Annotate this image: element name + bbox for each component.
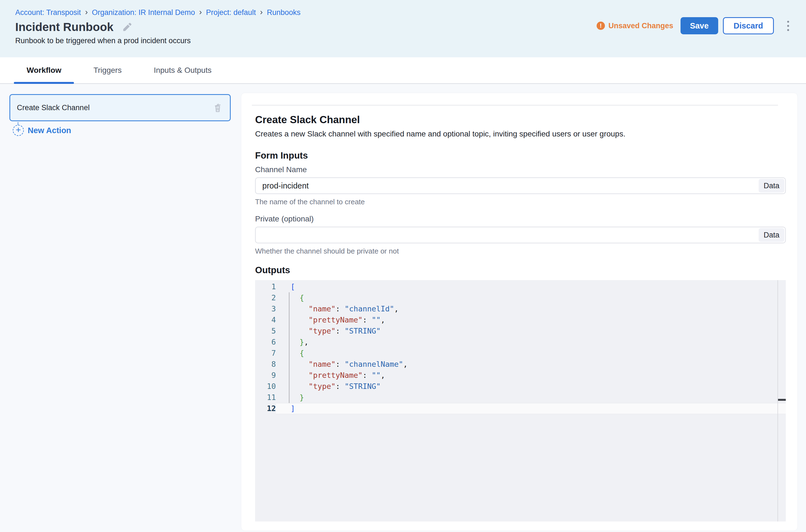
code-line: 11 }	[255, 392, 786, 403]
line-number: 1	[255, 281, 276, 292]
line-number: 5	[255, 325, 276, 337]
tab-inputs-outputs-label: Inputs & Outputs	[154, 66, 212, 75]
breadcrumb-account[interactable]: Account: Transposit	[15, 8, 81, 17]
breadcrumb-project[interactable]: Project: default	[206, 8, 256, 17]
breadcrumb-separator-icon: ›	[199, 7, 202, 17]
code-line: 8 "name": "channelName",	[255, 359, 786, 370]
code-line: 4 "prettyName": "",	[255, 315, 786, 325]
channel-name-input[interactable]	[255, 177, 786, 194]
code-line: 6 },	[255, 337, 786, 348]
tab-workflow-label: Workflow	[26, 66, 61, 75]
unsaved-changes-badge: Unsaved Changes	[597, 22, 673, 30]
action-detail-panel: Create Slack Channel Creates a new Slack…	[241, 93, 798, 531]
line-number: 6	[255, 337, 276, 348]
private-helper: Whether the channel should be private or…	[255, 247, 786, 255]
active-tab-underline	[14, 82, 74, 84]
tab-inputs-outputs[interactable]: Inputs & Outputs	[141, 57, 224, 83]
plus-icon	[13, 125, 24, 136]
new-action-label: New Action	[28, 126, 71, 135]
line-number: 12	[255, 403, 276, 414]
page-title: Incident Runbook	[15, 19, 113, 35]
page-subtitle: Runbook to be triggered when a prod inci…	[15, 36, 190, 45]
discard-button[interactable]: Discard	[723, 17, 774, 34]
line-number: 9	[255, 370, 276, 381]
detail-description: Creates a new Slack channel with specifi…	[255, 129, 786, 139]
code-line: 9 "prettyName": "",	[255, 370, 786, 381]
line-number: 3	[255, 303, 276, 315]
line-number: 11	[255, 392, 276, 403]
tab-triggers-label: Triggers	[93, 66, 122, 75]
editor-scrollbar-thumb[interactable]	[778, 399, 786, 401]
private-data-button[interactable]: Data	[758, 228, 784, 242]
line-number: 7	[255, 348, 276, 359]
detail-heading: Create Slack Channel	[255, 113, 786, 127]
private-label: Private (optional)	[255, 214, 786, 223]
delete-action-trash-icon[interactable]	[213, 102, 223, 113]
more-options-kebab-icon[interactable]	[784, 21, 792, 31]
fold-guide-line	[289, 292, 290, 403]
private-input[interactable]	[255, 227, 786, 243]
editor-scrollbar-track	[777, 280, 778, 521]
breadcrumb: Account: Transposit › Organization: IR I…	[15, 8, 300, 17]
code-lines: 1[2 {3 "name": "channelId",4 "prettyName…	[255, 281, 786, 414]
breadcrumb-runbooks[interactable]: Runbooks	[267, 8, 300, 17]
breadcrumb-organization[interactable]: Organization: IR Internal Demo	[92, 8, 195, 17]
code-line: 7 {	[255, 348, 786, 359]
breadcrumb-separator-icon: ›	[260, 7, 263, 17]
line-number: 8	[255, 359, 276, 370]
workflow-action-card[interactable]: Create Slack Channel	[10, 94, 231, 121]
channel-name-label: Channel Name	[255, 165, 786, 174]
page-header: Account: Transposit › Organization: IR I…	[0, 0, 806, 57]
code-line: 2 {	[255, 292, 786, 303]
code-line: 5 "type": "STRING"	[255, 325, 786, 337]
save-button[interactable]: Save	[680, 17, 718, 34]
action-card-label: Create Slack Channel	[17, 103, 213, 112]
new-action-button[interactable]: New Action	[13, 125, 71, 136]
code-line: 3 "name": "channelId",	[255, 303, 786, 315]
channel-name-data-button[interactable]: Data	[758, 179, 784, 193]
tab-workflow[interactable]: Workflow	[14, 57, 74, 83]
warning-icon	[597, 22, 605, 30]
code-line: 12]	[255, 403, 786, 414]
edit-title-pencil-icon[interactable]	[122, 22, 132, 32]
detail-top-divider	[252, 105, 778, 106]
code-line: 1[	[255, 281, 786, 292]
line-number: 10	[255, 381, 276, 392]
unsaved-changes-label: Unsaved Changes	[608, 22, 673, 30]
outputs-code-editor[interactable]: 1[2 {3 "name": "channelId",4 "prettyName…	[255, 280, 786, 521]
channel-name-helper: The name of the channel to create	[255, 197, 786, 206]
breadcrumb-separator-icon: ›	[85, 7, 88, 17]
line-number: 4	[255, 315, 276, 325]
code-line: 10 "type": "STRING"	[255, 381, 786, 392]
tab-bar: Workflow Triggers Inputs & Outputs	[0, 57, 806, 84]
form-inputs-heading: Form Inputs	[255, 150, 786, 162]
tab-triggers[interactable]: Triggers	[80, 57, 134, 83]
line-number: 2	[255, 292, 276, 303]
outputs-heading: Outputs	[255, 264, 786, 276]
